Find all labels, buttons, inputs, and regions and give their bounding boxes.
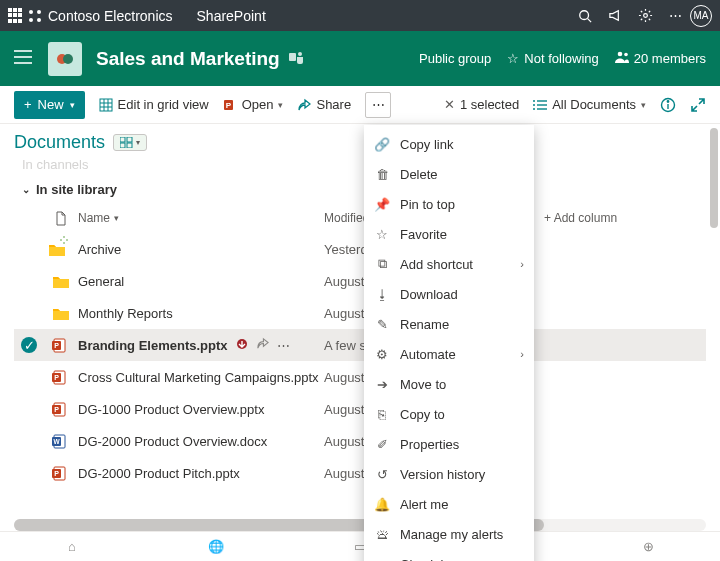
plus-icon: +: [24, 97, 32, 112]
view-pill[interactable]: ▾: [113, 134, 147, 151]
table-row[interactable]: ✓ P Branding Elements.pptx ⋯ A few secon…: [14, 329, 706, 361]
more-actions-button[interactable]: ⋯: [365, 92, 391, 118]
app-name[interactable]: SharePoint: [197, 8, 266, 24]
horizontal-scrollbar[interactable]: [14, 519, 706, 531]
row-more-icon[interactable]: ⋯: [277, 338, 290, 353]
table-row[interactable]: Archive Yesterday Administrator: [14, 233, 706, 265]
add-column-button[interactable]: + Add column: [544, 211, 706, 225]
bell-icon: 🔔: [374, 497, 390, 512]
suite-bar: Contoso Electronics SharePoint ⋯ MA: [0, 0, 720, 31]
ctx-delete[interactable]: 🗑Delete: [364, 159, 534, 189]
footer-bar: ⌂ 🌐 ▭ ⊕: [0, 531, 720, 561]
folder-icon: [44, 242, 78, 257]
name-column[interactable]: Name▾: [78, 211, 324, 225]
filetype-column[interactable]: [44, 211, 78, 226]
svg-rect-33: [127, 137, 132, 142]
item-name: Cross Cultural Marketing Campaigns.pptx: [78, 370, 319, 385]
site-header: Sales and Marketing Public group ☆ Not f…: [0, 31, 720, 86]
ctx-copy-link[interactable]: 🔗Copy link: [364, 129, 534, 159]
ctx-add-shortcut[interactable]: ⧉Add shortcut›: [364, 249, 534, 279]
members-button[interactable]: 20 members: [615, 51, 706, 66]
svg-text:P: P: [54, 342, 59, 349]
ctx-rename[interactable]: ✎Rename: [364, 309, 534, 339]
view-switcher[interactable]: All Documents ▾: [533, 97, 646, 112]
chevron-down-icon: ▾: [70, 100, 75, 110]
search-icon[interactable]: [570, 9, 600, 23]
table-row[interactable]: P Cross Cultural Marketing Campaigns.ppt…: [14, 361, 706, 393]
ctx-check-in[interactable]: ↘Check in: [364, 549, 534, 561]
item-name: Branding Elements.pptx: [78, 338, 228, 353]
table-row[interactable]: General August SharePoint App: [14, 265, 706, 297]
site-title[interactable]: Sales and Marketing: [96, 48, 280, 70]
members-label: 20 members: [634, 51, 706, 66]
info-icon[interactable]: [660, 97, 676, 113]
ctx-version-history[interactable]: ↺Version history: [364, 459, 534, 489]
app-launcher-icon[interactable]: [8, 8, 24, 24]
ctx-copy-to[interactable]: ⎘Copy to: [364, 399, 534, 429]
item-name: Monthly Reports: [78, 306, 173, 321]
view-label: All Documents: [552, 97, 636, 112]
megaphone-icon[interactable]: [600, 8, 630, 23]
shortcut-icon: ⧉: [374, 256, 390, 272]
expand-icon[interactable]: [690, 97, 706, 113]
chevron-down-icon: ⌄: [22, 184, 30, 195]
ctx-automate[interactable]: ⚙Automate›: [364, 339, 534, 369]
follow-label: Not following: [524, 51, 598, 66]
more-icon[interactable]: ⋯: [660, 8, 690, 23]
item-name: DG-1000 Product Overview.pptx: [78, 402, 264, 417]
table-row[interactable]: W DG-2000 Product Overview.docx August: [14, 425, 706, 457]
command-bar: + New ▾ Edit in grid view P Open ▾ Share…: [0, 86, 720, 124]
svg-point-6: [643, 14, 647, 18]
follow-button[interactable]: ☆ Not following: [507, 51, 598, 66]
teams-icon[interactable]: [288, 49, 304, 68]
share-icon[interactable]: [256, 337, 269, 353]
powerpoint-icon: P: [44, 338, 78, 353]
new-button[interactable]: + New ▾: [14, 91, 85, 119]
chevron-right-icon: ›: [520, 348, 524, 360]
table-row[interactable]: P DG-2000 Product Pitch.pptx August: [14, 457, 706, 489]
folder-icon: [44, 306, 78, 321]
selection-count[interactable]: ✕ 1 selected: [444, 97, 519, 112]
trash-icon: 🗑: [374, 167, 390, 182]
item-name: DG-2000 Product Pitch.pptx: [78, 466, 240, 481]
tenant-logo[interactable]: Contoso Electronics: [28, 8, 173, 24]
word-icon: W: [44, 434, 78, 449]
footer-add-icon[interactable]: ⊕: [576, 539, 720, 554]
ctx-manage-alerts[interactable]: 🛎Manage my alerts: [364, 519, 534, 549]
pin-icon: 📌: [374, 197, 390, 212]
move-icon: ➔: [374, 377, 390, 392]
svg-text:P: P: [54, 470, 59, 477]
list-icon: [533, 99, 547, 111]
grid-icon: [99, 98, 113, 112]
table-row[interactable]: Monthly Reports August: [14, 297, 706, 329]
item-name: General: [78, 274, 124, 289]
table-row[interactable]: P DG-1000 Product Overview.pptx August: [14, 393, 706, 425]
ctx-download[interactable]: ⭳Download: [364, 279, 534, 309]
footer-home-icon[interactable]: ⌂: [0, 539, 144, 554]
chevron-down-icon: ▾: [278, 100, 283, 110]
ctx-pin[interactable]: 📌Pin to top: [364, 189, 534, 219]
ctx-properties[interactable]: ✐Properties: [364, 429, 534, 459]
chevron-right-icon: ›: [520, 258, 524, 270]
ctx-alert-me[interactable]: 🔔Alert me: [364, 489, 534, 519]
footer-globe-icon[interactable]: 🌐: [144, 539, 288, 554]
ctx-favorite[interactable]: ☆Favorite: [364, 219, 534, 249]
svg-point-1: [37, 10, 41, 14]
edit-grid-button[interactable]: Edit in grid view: [99, 97, 209, 112]
star-icon: ☆: [374, 227, 390, 242]
scrollbar-thumb[interactable]: [710, 128, 718, 228]
check-icon[interactable]: ✓: [21, 337, 37, 353]
context-menu: 🔗Copy link 🗑Delete 📌Pin to top ☆Favorite…: [364, 125, 534, 561]
share-button[interactable]: Share: [297, 97, 351, 112]
x-icon: ✕: [444, 97, 455, 112]
svg-text:P: P: [225, 101, 231, 110]
svg-rect-12: [289, 53, 296, 61]
ctx-move-to[interactable]: ➔Move to: [364, 369, 534, 399]
site-logo[interactable]: [48, 42, 82, 76]
vertical-scrollbar[interactable]: [708, 128, 718, 378]
settings-icon[interactable]: [630, 8, 660, 23]
svg-point-4: [580, 10, 589, 19]
user-avatar[interactable]: MA: [690, 5, 712, 27]
nav-toggle-icon[interactable]: [14, 50, 34, 67]
open-button[interactable]: P Open ▾: [223, 97, 284, 112]
